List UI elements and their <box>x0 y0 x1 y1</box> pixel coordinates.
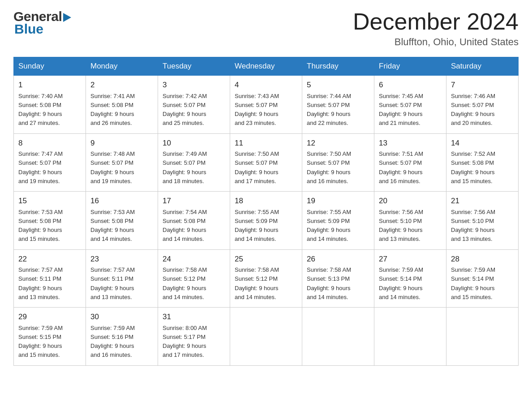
day-info: Sunrise: 7:58 AMSunset: 5:12 PMDaylight:… <box>235 266 279 300</box>
calendar-week-1: 1 Sunrise: 7:40 AMSunset: 5:08 PMDayligh… <box>14 76 519 134</box>
day-info: Sunrise: 7:50 AMSunset: 5:07 PMDaylight:… <box>235 150 279 184</box>
day-number: 25 <box>235 253 297 265</box>
day-number: 31 <box>163 311 225 323</box>
calendar-cell <box>230 308 302 366</box>
calendar-cell: 21 Sunrise: 7:56 AMSunset: 5:10 PMDaylig… <box>446 192 519 250</box>
weekday-header-wednesday: Wednesday <box>230 57 302 76</box>
calendar-week-5: 29 Sunrise: 7:59 AMSunset: 5:15 PMDaylig… <box>14 308 519 366</box>
day-number: 14 <box>451 137 514 149</box>
calendar-cell: 26 Sunrise: 7:58 AMSunset: 5:13 PMDaylig… <box>302 249 374 308</box>
day-number: 11 <box>235 137 297 149</box>
day-number: 1 <box>18 79 81 91</box>
calendar-cell: 6 Sunrise: 7:45 AMSunset: 5:07 PMDayligh… <box>374 76 446 134</box>
calendar-cell: 30 Sunrise: 7:59 AMSunset: 5:16 PMDaylig… <box>86 308 158 366</box>
calendar-cell: 23 Sunrise: 7:57 AMSunset: 5:11 PMDaylig… <box>86 249 158 308</box>
day-number: 28 <box>451 253 514 265</box>
calendar-cell: 18 Sunrise: 7:55 AMSunset: 5:09 PMDaylig… <box>230 192 302 250</box>
calendar-table: SundayMondayTuesdayWednesdayThursdayFrid… <box>13 57 519 366</box>
calendar-cell: 7 Sunrise: 7:46 AMSunset: 5:07 PMDayligh… <box>446 76 519 134</box>
day-number: 3 <box>163 79 225 91</box>
day-number: 2 <box>90 79 153 91</box>
calendar-cell <box>374 308 446 366</box>
day-info: Sunrise: 7:59 AMSunset: 5:15 PMDaylight:… <box>18 325 63 359</box>
day-info: Sunrise: 7:57 AMSunset: 5:11 PMDaylight:… <box>90 266 135 300</box>
day-number: 30 <box>90 311 153 323</box>
calendar-cell: 5 Sunrise: 7:44 AMSunset: 5:07 PMDayligh… <box>302 76 374 134</box>
calendar-cell: 31 Sunrise: 8:00 AMSunset: 5:17 PMDaylig… <box>158 308 230 366</box>
weekday-header-tuesday: Tuesday <box>158 57 230 76</box>
day-number: 19 <box>307 195 369 207</box>
logo-chevron-icon <box>63 13 71 22</box>
day-info: Sunrise: 7:41 AMSunset: 5:08 PMDaylight:… <box>90 93 135 127</box>
day-number: 15 <box>18 195 81 207</box>
page-header: General Blue December 2024 Bluffton, Ohi… <box>13 9 519 48</box>
calendar-week-2: 8 Sunrise: 7:47 AMSunset: 5:07 PMDayligh… <box>14 133 519 192</box>
day-info: Sunrise: 7:55 AMSunset: 5:09 PMDaylight:… <box>307 209 351 243</box>
day-info: Sunrise: 7:56 AMSunset: 5:10 PMDaylight:… <box>451 209 495 243</box>
day-number: 26 <box>307 253 369 265</box>
calendar-cell: 29 Sunrise: 7:59 AMSunset: 5:15 PMDaylig… <box>14 308 86 366</box>
calendar-cell: 3 Sunrise: 7:42 AMSunset: 5:07 PMDayligh… <box>158 76 230 134</box>
weekday-header-friday: Friday <box>374 57 446 76</box>
day-number: 16 <box>90 195 153 207</box>
calendar-cell: 2 Sunrise: 7:41 AMSunset: 5:08 PMDayligh… <box>86 76 158 134</box>
day-info: Sunrise: 7:46 AMSunset: 5:07 PMDaylight:… <box>451 93 495 127</box>
day-info: Sunrise: 7:59 AMSunset: 5:16 PMDaylight:… <box>90 325 135 359</box>
calendar-subtitle: Bluffton, Ohio, United States <box>353 36 519 48</box>
day-number: 6 <box>379 79 442 91</box>
calendar-title: December 2024 <box>353 9 519 34</box>
day-info: Sunrise: 7:58 AMSunset: 5:13 PMDaylight:… <box>307 266 351 300</box>
calendar-cell: 10 Sunrise: 7:49 AMSunset: 5:07 PMDaylig… <box>158 133 230 192</box>
day-info: Sunrise: 7:57 AMSunset: 5:11 PMDaylight:… <box>18 266 63 300</box>
calendar-cell: 19 Sunrise: 7:55 AMSunset: 5:09 PMDaylig… <box>302 192 374 250</box>
logo: General Blue <box>13 9 71 37</box>
day-number: 13 <box>379 137 442 149</box>
day-info: Sunrise: 7:45 AMSunset: 5:07 PMDaylight:… <box>379 93 423 127</box>
day-info: Sunrise: 7:43 AMSunset: 5:07 PMDaylight:… <box>235 93 279 127</box>
calendar-cell: 22 Sunrise: 7:57 AMSunset: 5:11 PMDaylig… <box>14 249 86 308</box>
calendar-cell: 27 Sunrise: 7:59 AMSunset: 5:14 PMDaylig… <box>374 249 446 308</box>
day-number: 18 <box>235 195 297 207</box>
day-number: 10 <box>163 137 225 149</box>
day-number: 23 <box>90 253 153 265</box>
day-info: Sunrise: 7:48 AMSunset: 5:07 PMDaylight:… <box>90 150 135 184</box>
day-number: 22 <box>18 253 81 265</box>
calendar-cell: 24 Sunrise: 7:58 AMSunset: 5:12 PMDaylig… <box>158 249 230 308</box>
title-block: December 2024 Bluffton, Ohio, United Sta… <box>353 9 519 48</box>
calendar-cell: 28 Sunrise: 7:59 AMSunset: 5:14 PMDaylig… <box>446 249 519 308</box>
calendar-cell: 14 Sunrise: 7:52 AMSunset: 5:08 PMDaylig… <box>446 133 519 192</box>
day-info: Sunrise: 7:54 AMSunset: 5:08 PMDaylight:… <box>163 209 207 243</box>
day-info: Sunrise: 7:44 AMSunset: 5:07 PMDaylight:… <box>307 93 351 127</box>
day-number: 8 <box>18 137 81 149</box>
day-number: 7 <box>451 79 514 91</box>
day-info: Sunrise: 7:40 AMSunset: 5:08 PMDaylight:… <box>18 93 63 127</box>
calendar-cell: 11 Sunrise: 7:50 AMSunset: 5:07 PMDaylig… <box>230 133 302 192</box>
calendar-cell: 15 Sunrise: 7:53 AMSunset: 5:08 PMDaylig… <box>14 192 86 250</box>
calendar-cell: 13 Sunrise: 7:51 AMSunset: 5:07 PMDaylig… <box>374 133 446 192</box>
day-info: Sunrise: 7:58 AMSunset: 5:12 PMDaylight:… <box>163 266 207 300</box>
day-info: Sunrise: 7:42 AMSunset: 5:07 PMDaylight:… <box>163 93 207 127</box>
day-info: Sunrise: 7:59 AMSunset: 5:14 PMDaylight:… <box>379 266 423 300</box>
day-number: 4 <box>235 79 297 91</box>
weekday-header-monday: Monday <box>86 57 158 76</box>
calendar-cell: 8 Sunrise: 7:47 AMSunset: 5:07 PMDayligh… <box>14 133 86 192</box>
calendar-cell <box>302 308 374 366</box>
day-number: 27 <box>379 253 442 265</box>
calendar-cell: 4 Sunrise: 7:43 AMSunset: 5:07 PMDayligh… <box>230 76 302 134</box>
day-number: 21 <box>451 195 514 207</box>
day-info: Sunrise: 7:51 AMSunset: 5:07 PMDaylight:… <box>379 150 423 184</box>
calendar-cell <box>446 308 519 366</box>
calendar-cell: 9 Sunrise: 7:48 AMSunset: 5:07 PMDayligh… <box>86 133 158 192</box>
calendar-cell: 20 Sunrise: 7:56 AMSunset: 5:10 PMDaylig… <box>374 192 446 250</box>
day-number: 17 <box>163 195 225 207</box>
calendar-cell: 17 Sunrise: 7:54 AMSunset: 5:08 PMDaylig… <box>158 192 230 250</box>
day-info: Sunrise: 8:00 AMSunset: 5:17 PMDaylight:… <box>163 325 207 359</box>
day-info: Sunrise: 7:59 AMSunset: 5:14 PMDaylight:… <box>451 266 495 300</box>
day-info: Sunrise: 7:50 AMSunset: 5:07 PMDaylight:… <box>307 150 351 184</box>
calendar-week-3: 15 Sunrise: 7:53 AMSunset: 5:08 PMDaylig… <box>14 192 519 250</box>
weekday-header-saturday: Saturday <box>446 57 519 76</box>
weekday-header-row: SundayMondayTuesdayWednesdayThursdayFrid… <box>14 57 519 76</box>
day-number: 12 <box>307 137 369 149</box>
day-info: Sunrise: 7:55 AMSunset: 5:09 PMDaylight:… <box>235 209 279 243</box>
day-info: Sunrise: 7:53 AMSunset: 5:08 PMDaylight:… <box>90 209 135 243</box>
